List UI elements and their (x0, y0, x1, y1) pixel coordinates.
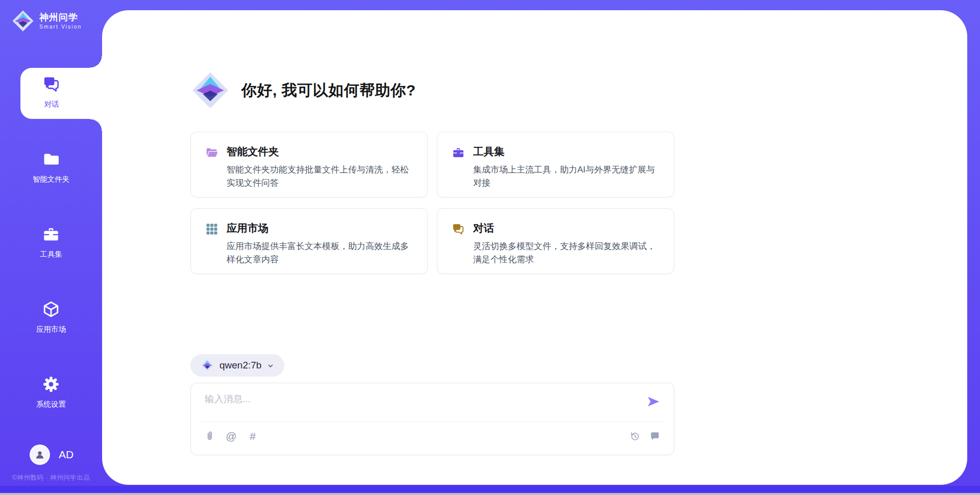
user-avatar-icon (34, 449, 46, 461)
chevron-down-icon (267, 362, 274, 369)
chat-bubbles-icon (452, 222, 465, 236)
greeting: 你好, 我可以如何帮助你? (190, 70, 416, 110)
user-name: AD (59, 449, 74, 461)
active-tab-top-curve (90, 56, 103, 68)
brand-subtitle: Smart Vision (39, 23, 82, 30)
grid-icon (205, 222, 218, 236)
gem-logo-icon (11, 9, 35, 33)
card-description: 应用市场提供丰富长文本模板，助力高效生成多样化文章内容 (227, 240, 415, 267)
user-account[interactable]: AD (30, 444, 74, 465)
brand-name: 神州问学 (39, 12, 82, 23)
history-icon (629, 431, 641, 442)
sidebar-item-label: 系统设置 (36, 400, 66, 409)
mention-button[interactable]: @ (226, 431, 237, 442)
send-button[interactable] (646, 394, 660, 409)
briefcase-icon (452, 146, 465, 159)
message-input[interactable] (205, 392, 633, 418)
horizontal-scrollbar[interactable] (0, 493, 980, 495)
sidebar-item-app-market[interactable]: 应用市场 (0, 300, 102, 334)
card-title: 智能文件夹 (227, 144, 415, 159)
sidebar-item-toolset[interactable]: 工具集 (0, 225, 102, 259)
model-selector[interactable]: qwen2:7b (190, 354, 284, 377)
send-arrow-icon (646, 394, 660, 409)
sidebar-item-label: 工具集 (40, 250, 62, 259)
card-description: 灵活切换多模型文件，支持多样回复效果调试，满足个性化需求 (473, 240, 662, 267)
sidebar-item-chat[interactable]: 对话 (20, 68, 103, 119)
hash-icon: # (250, 431, 256, 442)
sidebar: 神州问学 Smart Vision 对话 智能文件夹 工具集 应用市场 系统设置… (0, 0, 102, 485)
paperclip-icon (204, 431, 215, 442)
card-title: 工具集 (473, 144, 662, 159)
card-smart-folder[interactable]: 智能文件夹 智能文件夹功能支持批量文件上传与清洗，轻松实现文件问答 (190, 132, 428, 197)
folder-open-icon (205, 146, 218, 159)
card-description: 集成市场上主流工具，助力AI与外界无缝扩展与对接 (473, 163, 662, 190)
card-chat[interactable]: 对话 灵活切换多模型文件，支持多样回复效果调试，满足个性化需求 (437, 208, 674, 274)
sidebar-item-label: 应用市场 (36, 325, 66, 334)
sidebar-item-settings[interactable]: 系统设置 (0, 375, 102, 409)
model-name: qwen2:7b (219, 360, 261, 371)
sidebar-item-smart-folder[interactable]: 智能文件夹 (0, 150, 102, 184)
greeting-title: 你好, 我可以如何帮助你? (241, 80, 416, 101)
briefcase-icon (42, 225, 60, 243)
topic-button[interactable]: # (247, 431, 258, 442)
card-title: 对话 (473, 221, 662, 235)
chat-bubbles-icon (42, 75, 61, 93)
cube-icon (42, 300, 60, 318)
folder-icon (42, 150, 60, 168)
gear-icon (42, 375, 60, 393)
composer-tools-right (629, 431, 660, 442)
brand-logo: 神州问学 Smart Vision (11, 9, 82, 33)
avatar (30, 444, 50, 465)
gem-logo-icon (201, 359, 214, 372)
copyright-footer: ©神州数码 · 神州问学出品 (0, 474, 102, 482)
page-bottom-band (0, 486, 980, 493)
composer-divider (201, 422, 664, 422)
new-chat-button[interactable] (649, 431, 660, 442)
sidebar-item-label: 对话 (44, 100, 59, 109)
history-button[interactable] (629, 431, 641, 442)
card-app-market[interactable]: 应用市场 应用市场提供丰富长文本模板，助力高效生成多样化文章内容 (190, 208, 428, 274)
card-description: 智能文件夹功能支持批量文件上传与清洗，轻松实现文件问答 (227, 163, 415, 190)
composer-tools-left: @ # (204, 431, 258, 442)
card-toolset[interactable]: 工具集 集成市场上主流工具，助力AI与外界无缝扩展与对接 (437, 132, 674, 197)
attach-file-button[interactable] (204, 431, 215, 442)
message-square-icon (649, 431, 660, 442)
at-sign-icon: @ (226, 431, 236, 442)
feature-cards: 智能文件夹 智能文件夹功能支持批量文件上传与清洗，轻松实现文件问答 工具集 集成… (190, 132, 674, 274)
card-title: 应用市场 (227, 221, 415, 235)
message-composer: @ # (190, 383, 674, 455)
gem-logo-icon (190, 70, 230, 110)
active-tab-bottom-curve (90, 119, 103, 131)
sidebar-item-label: 智能文件夹 (33, 175, 70, 184)
